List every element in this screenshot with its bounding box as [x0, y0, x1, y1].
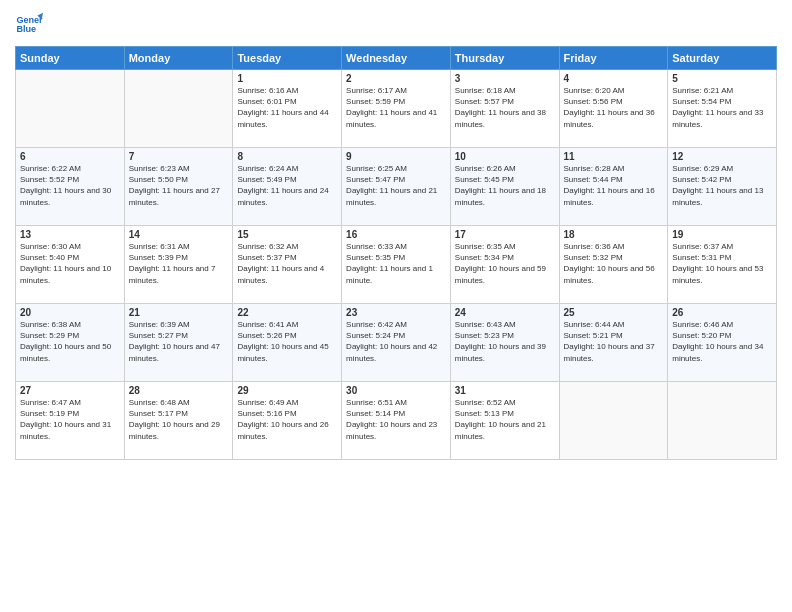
day-cell: 1Sunrise: 6:16 AMSunset: 6:01 PMDaylight… — [233, 70, 342, 148]
day-info: Sunrise: 6:51 AM — [346, 397, 446, 408]
day-info: Sunset: 5:54 PM — [672, 96, 772, 107]
day-number: 20 — [20, 307, 120, 318]
day-info: Sunrise: 6:43 AM — [455, 319, 555, 330]
day-cell: 25Sunrise: 6:44 AMSunset: 5:21 PMDayligh… — [559, 304, 668, 382]
day-info: Sunset: 5:47 PM — [346, 174, 446, 185]
day-info: Daylight: 11 hours and 41 minutes. — [346, 107, 446, 129]
day-info: Sunset: 5:13 PM — [455, 408, 555, 419]
day-info: Sunset: 5:29 PM — [20, 330, 120, 341]
day-header-saturday: Saturday — [668, 47, 777, 70]
day-info: Sunrise: 6:47 AM — [20, 397, 120, 408]
day-cell: 18Sunrise: 6:36 AMSunset: 5:32 PMDayligh… — [559, 226, 668, 304]
day-info: Sunrise: 6:42 AM — [346, 319, 446, 330]
day-info: Sunrise: 6:49 AM — [237, 397, 337, 408]
day-info: Daylight: 10 hours and 26 minutes. — [237, 419, 337, 441]
day-info: Sunset: 5:52 PM — [20, 174, 120, 185]
day-info: Sunset: 5:44 PM — [564, 174, 664, 185]
day-cell: 14Sunrise: 6:31 AMSunset: 5:39 PMDayligh… — [124, 226, 233, 304]
day-number: 10 — [455, 151, 555, 162]
day-cell: 11Sunrise: 6:28 AMSunset: 5:44 PMDayligh… — [559, 148, 668, 226]
day-cell: 6Sunrise: 6:22 AMSunset: 5:52 PMDaylight… — [16, 148, 125, 226]
day-info: Sunrise: 6:26 AM — [455, 163, 555, 174]
day-cell: 3Sunrise: 6:18 AMSunset: 5:57 PMDaylight… — [450, 70, 559, 148]
day-number: 23 — [346, 307, 446, 318]
day-info: Sunset: 5:59 PM — [346, 96, 446, 107]
day-info: Daylight: 11 hours and 33 minutes. — [672, 107, 772, 129]
day-info: Sunrise: 6:48 AM — [129, 397, 229, 408]
day-info: Sunrise: 6:52 AM — [455, 397, 555, 408]
day-number: 17 — [455, 229, 555, 240]
day-info: Sunrise: 6:25 AM — [346, 163, 446, 174]
day-info: Sunset: 5:23 PM — [455, 330, 555, 341]
day-info: Daylight: 11 hours and 13 minutes. — [672, 185, 772, 207]
day-number: 9 — [346, 151, 446, 162]
day-info: Sunset: 5:16 PM — [237, 408, 337, 419]
day-info: Daylight: 11 hours and 4 minutes. — [237, 263, 337, 285]
day-info: Daylight: 10 hours and 21 minutes. — [455, 419, 555, 441]
header-row: SundayMondayTuesdayWednesdayThursdayFrid… — [16, 47, 777, 70]
day-info: Daylight: 11 hours and 44 minutes. — [237, 107, 337, 129]
day-cell — [668, 382, 777, 460]
day-info: Sunrise: 6:39 AM — [129, 319, 229, 330]
day-cell: 19Sunrise: 6:37 AMSunset: 5:31 PMDayligh… — [668, 226, 777, 304]
day-cell: 27Sunrise: 6:47 AMSunset: 5:19 PMDayligh… — [16, 382, 125, 460]
day-info: Daylight: 11 hours and 38 minutes. — [455, 107, 555, 129]
week-row-2: 6Sunrise: 6:22 AMSunset: 5:52 PMDaylight… — [16, 148, 777, 226]
day-info: Daylight: 10 hours and 50 minutes. — [20, 341, 120, 363]
day-cell: 2Sunrise: 6:17 AMSunset: 5:59 PMDaylight… — [342, 70, 451, 148]
day-header-wednesday: Wednesday — [342, 47, 451, 70]
day-info: Daylight: 11 hours and 30 minutes. — [20, 185, 120, 207]
day-cell: 5Sunrise: 6:21 AMSunset: 5:54 PMDaylight… — [668, 70, 777, 148]
week-row-3: 13Sunrise: 6:30 AMSunset: 5:40 PMDayligh… — [16, 226, 777, 304]
day-cell: 20Sunrise: 6:38 AMSunset: 5:29 PMDayligh… — [16, 304, 125, 382]
day-info: Sunset: 5:19 PM — [20, 408, 120, 419]
day-info: Sunrise: 6:37 AM — [672, 241, 772, 252]
day-cell: 12Sunrise: 6:29 AMSunset: 5:42 PMDayligh… — [668, 148, 777, 226]
day-number: 15 — [237, 229, 337, 240]
day-number: 7 — [129, 151, 229, 162]
week-row-1: 1Sunrise: 6:16 AMSunset: 6:01 PMDaylight… — [16, 70, 777, 148]
day-number: 24 — [455, 307, 555, 318]
day-info: Sunset: 5:50 PM — [129, 174, 229, 185]
day-cell: 28Sunrise: 6:48 AMSunset: 5:17 PMDayligh… — [124, 382, 233, 460]
day-number: 18 — [564, 229, 664, 240]
day-number: 8 — [237, 151, 337, 162]
day-info: Sunset: 5:40 PM — [20, 252, 120, 263]
day-cell: 30Sunrise: 6:51 AMSunset: 5:14 PMDayligh… — [342, 382, 451, 460]
header: General Blue — [15, 10, 777, 38]
day-info: Daylight: 10 hours and 42 minutes. — [346, 341, 446, 363]
day-info: Sunrise: 6:23 AM — [129, 163, 229, 174]
day-number: 6 — [20, 151, 120, 162]
day-cell: 13Sunrise: 6:30 AMSunset: 5:40 PMDayligh… — [16, 226, 125, 304]
day-info: Sunset: 6:01 PM — [237, 96, 337, 107]
day-cell: 4Sunrise: 6:20 AMSunset: 5:56 PMDaylight… — [559, 70, 668, 148]
day-info: Sunrise: 6:16 AM — [237, 85, 337, 96]
day-info: Sunrise: 6:24 AM — [237, 163, 337, 174]
day-number: 3 — [455, 73, 555, 84]
day-info: Daylight: 11 hours and 10 minutes. — [20, 263, 120, 285]
week-row-5: 27Sunrise: 6:47 AMSunset: 5:19 PMDayligh… — [16, 382, 777, 460]
day-number: 14 — [129, 229, 229, 240]
day-info: Sunrise: 6:29 AM — [672, 163, 772, 174]
day-number: 2 — [346, 73, 446, 84]
day-cell: 24Sunrise: 6:43 AMSunset: 5:23 PMDayligh… — [450, 304, 559, 382]
day-info: Daylight: 10 hours and 29 minutes. — [129, 419, 229, 441]
day-header-monday: Monday — [124, 47, 233, 70]
day-number: 27 — [20, 385, 120, 396]
day-info: Sunrise: 6:20 AM — [564, 85, 664, 96]
day-cell — [16, 70, 125, 148]
day-number: 29 — [237, 385, 337, 396]
day-number: 4 — [564, 73, 664, 84]
day-info: Sunrise: 6:46 AM — [672, 319, 772, 330]
day-info: Daylight: 11 hours and 27 minutes. — [129, 185, 229, 207]
day-cell: 23Sunrise: 6:42 AMSunset: 5:24 PMDayligh… — [342, 304, 451, 382]
day-header-tuesday: Tuesday — [233, 47, 342, 70]
day-cell: 31Sunrise: 6:52 AMSunset: 5:13 PMDayligh… — [450, 382, 559, 460]
logo-icon: General Blue — [15, 10, 43, 38]
day-info: Sunset: 5:35 PM — [346, 252, 446, 263]
day-header-friday: Friday — [559, 47, 668, 70]
day-info: Sunset: 5:42 PM — [672, 174, 772, 185]
day-info: Daylight: 10 hours and 39 minutes. — [455, 341, 555, 363]
day-cell: 21Sunrise: 6:39 AMSunset: 5:27 PMDayligh… — [124, 304, 233, 382]
day-info: Sunrise: 6:22 AM — [20, 163, 120, 174]
